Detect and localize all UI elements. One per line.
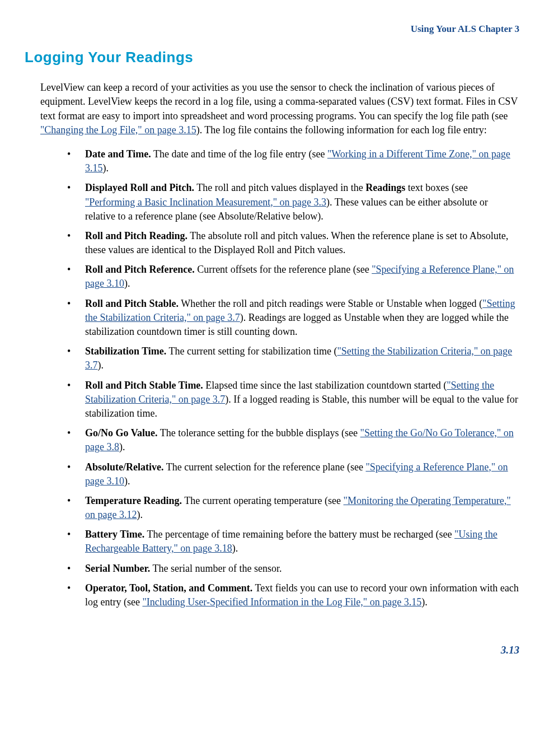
link-user-specified[interactable]: "Including User-Specified Information in… xyxy=(142,596,421,608)
item-text: Elapsed time since the last stabilizatio… xyxy=(203,380,447,391)
link-changing-log-file[interactable]: "Changing the Log File," on page 3.15 xyxy=(40,124,196,136)
item-text: ). xyxy=(103,162,109,174)
list-item: Roll and Pitch Stable. Whether the roll … xyxy=(67,297,519,339)
list-item: Absolute/Relative. The current selection… xyxy=(67,460,519,488)
item-text: ). xyxy=(232,543,238,554)
item-text: The percentage of time remaining before … xyxy=(144,529,454,540)
item-text: ). xyxy=(421,596,428,608)
item-text: Whether the roll and pitch readings were… xyxy=(179,298,482,309)
page-number: 3.13 xyxy=(25,643,519,658)
list-item: Go/No Go Value. The tolerance setting fo… xyxy=(67,426,519,454)
list-item: Roll and Pitch Reference. Current offset… xyxy=(67,263,519,291)
intro-text-end: ). The log file contains the following i… xyxy=(196,124,487,136)
item-title: Date and Time. xyxy=(85,148,151,160)
list-item: Roll and Pitch Stable Time. Elapsed time… xyxy=(67,379,519,421)
item-text: The current operating temperature (see xyxy=(182,495,344,506)
item-title: Temperature Reading. xyxy=(85,495,182,506)
section-title: Logging Your Readings xyxy=(25,47,519,67)
item-text: text boxes (see xyxy=(405,182,467,193)
list-item: Battery Time. The percentage of time rem… xyxy=(67,528,519,556)
list-item: Stabilization Time. The current setting … xyxy=(67,344,519,372)
intro-paragraph: LevelView can keep a record of your acti… xyxy=(40,81,519,137)
item-title: Roll and Pitch Stable. xyxy=(85,298,179,309)
item-text: The tolerance setting for the bubble dis… xyxy=(158,427,360,438)
item-text: The date and time of the log file entry … xyxy=(151,148,327,160)
readings-label: Readings xyxy=(365,182,405,193)
item-title: Roll and Pitch Reference. xyxy=(85,264,195,275)
item-text: The roll and pitch values displayed in t… xyxy=(194,182,365,193)
item-title: Roll and Pitch Stable Time. xyxy=(85,380,203,391)
item-title: Battery Time. xyxy=(85,529,144,540)
list-item: Temperature Reading. The current operati… xyxy=(67,494,519,522)
item-text: The current setting for stabilization ti… xyxy=(166,346,337,357)
item-title: Serial Number. xyxy=(85,563,150,574)
link-basic-inclination[interactable]: "Performing a Basic Inclination Measurem… xyxy=(85,197,326,208)
item-title: Displayed Roll and Pitch. xyxy=(85,182,194,193)
item-text: ). xyxy=(124,475,130,487)
item-title: Absolute/Relative. xyxy=(85,461,163,473)
list-item: Date and Time. The date and time of the … xyxy=(67,147,519,175)
item-text: ). xyxy=(124,278,130,289)
item-text: The current selection for the reference … xyxy=(163,461,365,473)
item-title: Roll and Pitch Reading. xyxy=(85,230,187,241)
list-item: Serial Number. The serial number of the … xyxy=(67,562,519,576)
intro-text: LevelView can keep a record of your acti… xyxy=(40,82,518,121)
log-items-list: Date and Time. The date and time of the … xyxy=(25,147,519,609)
item-title: Stabilization Time. xyxy=(85,346,166,357)
item-title: Go/No Go Value. xyxy=(85,427,158,438)
item-text: The serial number of the sensor. xyxy=(150,563,282,574)
item-text: ). xyxy=(98,360,104,371)
list-item: Displayed Roll and Pitch. The roll and p… xyxy=(67,181,519,223)
page-header: Using Your ALS Chapter 3 xyxy=(25,22,519,36)
list-item: Operator, Tool, Station, and Comment. Te… xyxy=(67,581,519,609)
item-text: ). xyxy=(119,441,125,452)
item-title: Operator, Tool, Station, and Comment. xyxy=(85,582,252,594)
list-item: Roll and Pitch Reading. The absolute rol… xyxy=(67,229,519,257)
item-text: Current offsets for the reference plane … xyxy=(195,264,372,275)
item-text: ). xyxy=(137,509,143,520)
